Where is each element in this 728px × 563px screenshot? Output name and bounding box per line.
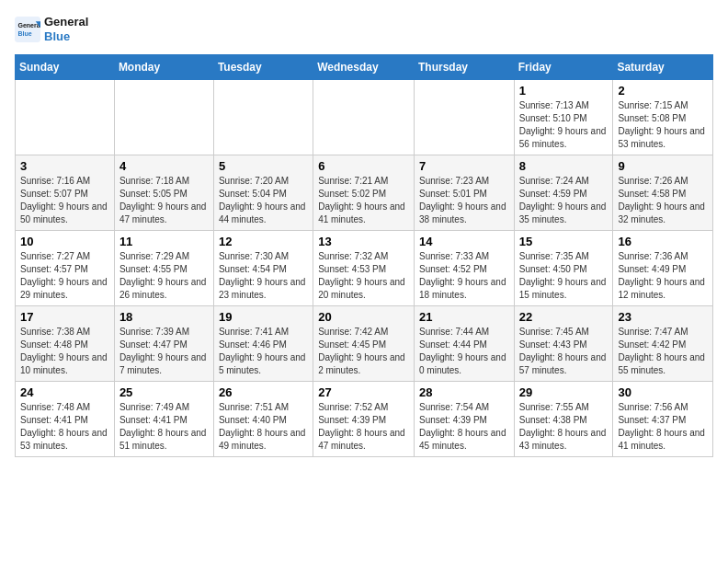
day-info: Sunrise: 7:51 AM Sunset: 4:40 PM Dayligh… bbox=[219, 401, 308, 453]
calendar-cell: 15Sunrise: 7:35 AM Sunset: 4:50 PM Dayli… bbox=[514, 231, 613, 306]
day-number: 23 bbox=[618, 310, 708, 324]
weekday-header: Sunday bbox=[16, 55, 115, 80]
calendar-cell: 30Sunrise: 7:56 AM Sunset: 4:37 PM Dayli… bbox=[613, 382, 713, 457]
day-info: Sunrise: 7:16 AM Sunset: 5:07 PM Dayligh… bbox=[20, 175, 109, 226]
calendar-cell: 26Sunrise: 7:51 AM Sunset: 4:40 PM Dayli… bbox=[213, 382, 313, 457]
calendar-cell: 18Sunrise: 7:39 AM Sunset: 4:47 PM Dayli… bbox=[114, 306, 213, 382]
day-number: 26 bbox=[219, 385, 308, 399]
weekday-header: Wednesday bbox=[313, 55, 415, 80]
calendar-cell: 22Sunrise: 7:45 AM Sunset: 4:43 PM Dayli… bbox=[514, 306, 613, 382]
day-number: 14 bbox=[419, 235, 509, 248]
logo-icon: General Blue bbox=[15, 17, 40, 42]
calendar-cell: 14Sunrise: 7:33 AM Sunset: 4:52 PM Dayli… bbox=[414, 231, 514, 306]
day-info: Sunrise: 7:39 AM Sunset: 4:47 PM Dayligh… bbox=[119, 326, 209, 377]
calendar-cell: 25Sunrise: 7:49 AM Sunset: 4:41 PM Dayli… bbox=[114, 382, 213, 457]
svg-rect-0 bbox=[15, 17, 40, 42]
day-number: 4 bbox=[119, 159, 209, 173]
day-number: 8 bbox=[519, 159, 609, 173]
day-info: Sunrise: 7:44 AM Sunset: 4:44 PM Dayligh… bbox=[419, 326, 509, 377]
day-number: 13 bbox=[318, 235, 409, 248]
day-number: 10 bbox=[20, 235, 109, 248]
calendar-cell: 28Sunrise: 7:54 AM Sunset: 4:39 PM Dayli… bbox=[414, 382, 514, 457]
day-number: 18 bbox=[119, 310, 209, 324]
weekday-header: Friday bbox=[514, 55, 613, 80]
weekday-header: Tuesday bbox=[213, 55, 313, 80]
day-number: 7 bbox=[419, 159, 509, 173]
calendar-cell bbox=[16, 80, 115, 155]
day-number: 28 bbox=[419, 385, 509, 399]
day-info: Sunrise: 7:54 AM Sunset: 4:39 PM Dayligh… bbox=[419, 401, 509, 453]
calendar-cell: 24Sunrise: 7:48 AM Sunset: 4:41 PM Dayli… bbox=[16, 382, 115, 457]
day-info: Sunrise: 7:15 AM Sunset: 5:08 PM Dayligh… bbox=[618, 99, 708, 151]
day-info: Sunrise: 7:49 AM Sunset: 4:41 PM Dayligh… bbox=[119, 401, 209, 453]
day-number: 20 bbox=[318, 310, 409, 324]
day-info: Sunrise: 7:27 AM Sunset: 4:57 PM Dayligh… bbox=[20, 250, 109, 302]
calendar-header-row: SundayMondayTuesdayWednesdayThursdayFrid… bbox=[16, 55, 713, 80]
day-info: Sunrise: 7:52 AM Sunset: 4:39 PM Dayligh… bbox=[318, 401, 409, 453]
calendar-week-row: 1Sunrise: 7:13 AM Sunset: 5:10 PM Daylig… bbox=[16, 80, 713, 155]
calendar-cell: 21Sunrise: 7:44 AM Sunset: 4:44 PM Dayli… bbox=[414, 306, 514, 382]
logo: General Blue General Blue bbox=[15, 15, 88, 43]
calendar-cell: 19Sunrise: 7:41 AM Sunset: 4:46 PM Dayli… bbox=[213, 306, 313, 382]
day-info: Sunrise: 7:56 AM Sunset: 4:37 PM Dayligh… bbox=[618, 401, 708, 453]
day-number: 9 bbox=[618, 159, 708, 173]
calendar-week-row: 3Sunrise: 7:16 AM Sunset: 5:07 PM Daylig… bbox=[16, 155, 713, 231]
day-info: Sunrise: 7:30 AM Sunset: 4:54 PM Dayligh… bbox=[219, 250, 308, 302]
calendar-cell: 12Sunrise: 7:30 AM Sunset: 4:54 PM Dayli… bbox=[213, 231, 313, 306]
calendar-table: SundayMondayTuesdayWednesdayThursdayFrid… bbox=[15, 54, 713, 457]
logo-text-line2: Blue bbox=[44, 29, 88, 44]
calendar-cell bbox=[313, 80, 415, 155]
calendar-cell: 16Sunrise: 7:36 AM Sunset: 4:49 PM Dayli… bbox=[613, 231, 713, 306]
day-info: Sunrise: 7:38 AM Sunset: 4:48 PM Dayligh… bbox=[20, 326, 109, 377]
day-number: 3 bbox=[20, 159, 109, 173]
calendar-cell: 7Sunrise: 7:23 AM Sunset: 5:01 PM Daylig… bbox=[414, 155, 514, 231]
day-info: Sunrise: 7:55 AM Sunset: 4:38 PM Dayligh… bbox=[519, 401, 609, 453]
day-info: Sunrise: 7:47 AM Sunset: 4:42 PM Dayligh… bbox=[618, 326, 708, 377]
calendar-cell: 13Sunrise: 7:32 AM Sunset: 4:53 PM Dayli… bbox=[313, 231, 415, 306]
day-number: 29 bbox=[519, 385, 609, 399]
day-number: 25 bbox=[119, 385, 209, 399]
day-info: Sunrise: 7:21 AM Sunset: 5:02 PM Dayligh… bbox=[318, 175, 409, 226]
day-info: Sunrise: 7:24 AM Sunset: 4:59 PM Dayligh… bbox=[519, 175, 609, 226]
day-number: 5 bbox=[219, 159, 308, 173]
calendar-body: 1Sunrise: 7:13 AM Sunset: 5:10 PM Daylig… bbox=[16, 80, 713, 457]
day-info: Sunrise: 7:26 AM Sunset: 4:58 PM Dayligh… bbox=[618, 175, 708, 226]
day-info: Sunrise: 7:42 AM Sunset: 4:45 PM Dayligh… bbox=[318, 326, 409, 377]
day-info: Sunrise: 7:13 AM Sunset: 5:10 PM Dayligh… bbox=[519, 99, 609, 151]
day-number: 27 bbox=[318, 385, 409, 399]
day-number: 17 bbox=[20, 310, 109, 324]
day-number: 2 bbox=[618, 84, 708, 98]
header: General Blue General Blue bbox=[15, 15, 713, 43]
weekday-header: Saturday bbox=[613, 55, 713, 80]
calendar-cell: 1Sunrise: 7:13 AM Sunset: 5:10 PM Daylig… bbox=[514, 80, 613, 155]
day-number: 6 bbox=[318, 159, 409, 173]
calendar-cell: 20Sunrise: 7:42 AM Sunset: 4:45 PM Dayli… bbox=[313, 306, 415, 382]
day-info: Sunrise: 7:33 AM Sunset: 4:52 PM Dayligh… bbox=[419, 250, 509, 302]
calendar-week-row: 17Sunrise: 7:38 AM Sunset: 4:48 PM Dayli… bbox=[16, 306, 713, 382]
day-info: Sunrise: 7:48 AM Sunset: 4:41 PM Dayligh… bbox=[20, 401, 109, 453]
calendar-cell bbox=[414, 80, 514, 155]
weekday-header: Monday bbox=[114, 55, 213, 80]
calendar-cell: 2Sunrise: 7:15 AM Sunset: 5:08 PM Daylig… bbox=[613, 80, 713, 155]
day-info: Sunrise: 7:35 AM Sunset: 4:50 PM Dayligh… bbox=[519, 250, 609, 302]
calendar-cell: 4Sunrise: 7:18 AM Sunset: 5:05 PM Daylig… bbox=[114, 155, 213, 231]
calendar-cell: 17Sunrise: 7:38 AM Sunset: 4:48 PM Dayli… bbox=[16, 306, 115, 382]
calendar-cell: 8Sunrise: 7:24 AM Sunset: 4:59 PM Daylig… bbox=[514, 155, 613, 231]
day-info: Sunrise: 7:20 AM Sunset: 5:04 PM Dayligh… bbox=[219, 175, 308, 226]
day-number: 22 bbox=[519, 310, 609, 324]
day-info: Sunrise: 7:23 AM Sunset: 5:01 PM Dayligh… bbox=[419, 175, 509, 226]
day-number: 30 bbox=[618, 385, 708, 399]
day-number: 16 bbox=[618, 235, 708, 248]
day-info: Sunrise: 7:29 AM Sunset: 4:55 PM Dayligh… bbox=[119, 250, 209, 302]
calendar-cell: 3Sunrise: 7:16 AM Sunset: 5:07 PM Daylig… bbox=[16, 155, 115, 231]
day-info: Sunrise: 7:41 AM Sunset: 4:46 PM Dayligh… bbox=[219, 326, 308, 377]
weekday-header: Thursday bbox=[414, 55, 514, 80]
day-number: 15 bbox=[519, 235, 609, 248]
calendar-cell bbox=[114, 80, 213, 155]
day-number: 21 bbox=[419, 310, 509, 324]
day-info: Sunrise: 7:36 AM Sunset: 4:49 PM Dayligh… bbox=[618, 250, 708, 302]
day-number: 19 bbox=[219, 310, 308, 324]
day-info: Sunrise: 7:18 AM Sunset: 5:05 PM Dayligh… bbox=[119, 175, 209, 226]
day-number: 12 bbox=[219, 235, 308, 248]
day-number: 24 bbox=[20, 385, 109, 399]
